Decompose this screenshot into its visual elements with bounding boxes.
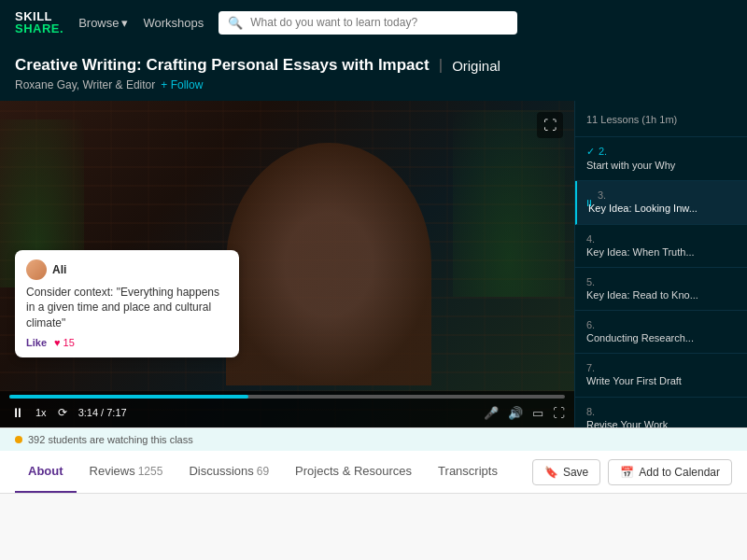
watching-bar: 392 students are watching this class <box>0 427 747 451</box>
check-icon: ✓ <box>586 146 595 157</box>
follow-icon: + <box>161 78 167 91</box>
nav-items: Browse ▾ Workshops <box>78 16 204 30</box>
title-separator: | <box>439 56 443 75</box>
instructor-figure <box>226 143 431 385</box>
lesson-item[interactable]: 8. Revise Your Work <box>575 398 747 427</box>
comment-text: Consider context: "Everything happens in… <box>26 285 228 331</box>
play-pause-button[interactable]: ⏸ <box>9 403 26 422</box>
lesson-item[interactable]: 7. Write Your First Draft <box>575 354 747 397</box>
fullscreen-icon: ⛶ <box>543 118 557 133</box>
lesson-item[interactable]: 6. Conducting Research... <box>575 311 747 354</box>
watching-indicator <box>15 436 22 443</box>
lesson-title: Key Idea: When Truth... <box>586 245 736 259</box>
lesson-number: 7. <box>586 362 736 373</box>
lesson-title: Start with your Why <box>586 159 736 172</box>
tab-count: 69 <box>257 465 269 478</box>
volume-icon[interactable]: 🔊 <box>508 406 523 420</box>
search-bar[interactable]: 🔍 <box>218 11 517 35</box>
tab-label: About <box>28 464 63 478</box>
rewind-button[interactable]: ⟳ <box>56 404 69 421</box>
calendar-icon: 📅 <box>620 466 634 479</box>
time-display: 3:14 / 7:17 <box>78 407 127 418</box>
fullscreen-ctrl-icon[interactable]: ⛶ <box>553 406 565 420</box>
subtitles-icon[interactable]: ▭ <box>532 406 543 420</box>
original-badge: Original <box>452 58 500 74</box>
bookmark-icon: 🔖 <box>544 466 558 479</box>
tab-label: Transcripts <box>438 464 498 478</box>
logo-share: SHARE. <box>15 22 63 35</box>
like-button[interactable]: Like <box>26 337 47 348</box>
progress-bar[interactable] <box>9 395 565 399</box>
fullscreen-button[interactable]: ⛶ <box>537 112 563 138</box>
tab-reviews[interactable]: Reviews1255 <box>77 451 176 493</box>
progress-fill <box>9 395 248 399</box>
playback-speed[interactable]: 1x <box>35 407 47 418</box>
lesson-title: Conducting Research... <box>586 331 736 344</box>
heart-icon: ♥ <box>54 337 61 348</box>
lesson-number: 6. <box>586 319 736 330</box>
tab-count: 1255 <box>138 465 163 478</box>
tab-about[interactable]: About <box>15 451 77 493</box>
lesson-title: Key Idea: Looking Inw... <box>588 202 736 215</box>
course-title-bar: Creative Writing: Crafting Personal Essa… <box>0 45 747 101</box>
follow-link[interactable]: + Follow <box>161 78 203 91</box>
author-name: Roxane Gay, Writer & Editor <box>15 78 155 91</box>
comment-username: Ali <box>52 263 66 276</box>
course-title: Creative Writing: Crafting Personal Essa… <box>15 56 430 75</box>
lesson-number: 4. <box>586 233 736 245</box>
lesson-number: 5. <box>586 276 736 287</box>
lesson-number: ⏸3. <box>588 189 736 201</box>
comment-overlay: Ali Consider context: "Everything happen… <box>15 250 239 357</box>
lesson-number: 8. <box>586 406 736 417</box>
tab-transcripts[interactable]: Transcripts <box>425 451 511 493</box>
lesson-item[interactable]: ✓2. Start with your Why <box>575 137 747 181</box>
plant-right <box>453 110 565 297</box>
tab-projects-&-resources[interactable]: Projects & Resources <box>282 451 425 493</box>
comment-actions: Like ♥ 15 <box>26 337 228 348</box>
logo[interactable]: SKILL SHARE. <box>15 10 63 35</box>
controls-right: 🎤 🔊 ▭ ⛶ <box>484 406 565 420</box>
lessons-count: 11 Lessons (1h 1m) <box>586 114 677 125</box>
nav-browse[interactable]: Browse ▾ <box>78 16 128 30</box>
mic-icon[interactable]: 🎤 <box>484 406 499 420</box>
tab-label: Projects & Resources <box>295 464 412 478</box>
course-title-row: Creative Writing: Crafting Personal Essa… <box>15 56 732 75</box>
tab-label: Reviews <box>90 464 135 478</box>
main-section: ⛶ Ali Consider context: "Everything happ… <box>0 101 747 427</box>
lesson-title: Revise Your Work <box>586 418 736 427</box>
comment-header: Ali <box>26 259 228 280</box>
lesson-number: ✓2. <box>586 146 736 158</box>
tab-bar: AboutReviews1255Discussions69Projects & … <box>0 451 747 494</box>
sidebar: 11 Lessons (1h 1m) ✓2. Start with your W… <box>574 101 747 427</box>
lesson-item[interactable]: 4. Key Idea: When Truth... <box>575 225 747 268</box>
save-button[interactable]: 🔖 Save <box>532 459 600 485</box>
add-calendar-button[interactable]: 📅 Add to Calendar <box>608 459 732 485</box>
video-controls: ⏸ 1x ⟳ 3:14 / 7:17 🎤 🔊 ▭ ⛶ <box>0 391 574 427</box>
sidebar-header: 11 Lessons (1h 1m) <box>575 101 747 137</box>
chevron-down-icon: ▾ <box>121 16 128 30</box>
lesson-item[interactable]: 5. Key Idea: Read to Kno... <box>575 268 747 311</box>
tabs-right: 🔖 Save 📅 Add to Calendar <box>532 459 732 485</box>
tab-discussions[interactable]: Discussions69 <box>176 451 282 493</box>
search-icon: 🔍 <box>228 16 243 30</box>
video-player[interactable]: ⛶ Ali Consider context: "Everything happ… <box>0 101 574 427</box>
tab-label: Discussions <box>189 464 253 478</box>
lesson-title: Write Your First Draft <box>586 374 736 387</box>
tabs-left: AboutReviews1255Discussions69Projects & … <box>15 451 532 493</box>
heart-count: ♥ 15 <box>54 337 75 348</box>
search-input[interactable] <box>250 16 508 29</box>
watching-text: 392 students are watching this class <box>28 434 193 445</box>
author-row: Roxane Gay, Writer & Editor + Follow <box>15 78 732 91</box>
lesson-title: Key Idea: Read to Kno... <box>586 288 736 301</box>
controls-row: ⏸ 1x ⟳ 3:14 / 7:17 🎤 🔊 ▭ ⛶ <box>9 403 565 422</box>
lesson-item[interactable]: ⏸3. Key Idea: Looking Inw... <box>575 181 747 224</box>
pause-icon: ⏸ <box>585 197 594 207</box>
lesson-list: ✓2. Start with your Why ⏸3. Key Idea: Lo… <box>575 137 747 427</box>
nav-workshops[interactable]: Workshops <box>143 16 204 30</box>
header: SKILL SHARE. Browse ▾ Workshops 🔍 <box>0 0 747 45</box>
avatar <box>26 259 47 280</box>
